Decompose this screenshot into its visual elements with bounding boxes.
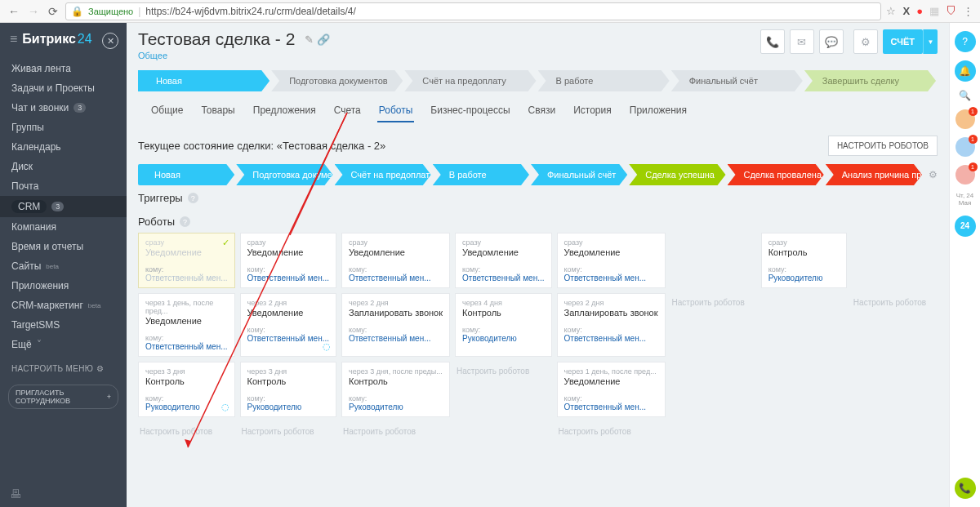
forward-icon[interactable]: → [26, 5, 41, 18]
bookmark-icon[interactable]: ☆ [886, 5, 896, 17]
robot-card[interactable]: сразуУведомлениекому:Ответственный мен..… [557, 233, 666, 288]
robot-card[interactable]: через 1 день, после пред...Уведомлениеко… [138, 293, 235, 357]
add-robot-placeholder[interactable]: Настроить роботов [670, 293, 756, 357]
robot-card[interactable]: через 2 дняУведомлениекому:Ответственный… [240, 293, 337, 357]
ext-x-icon[interactable]: X [902, 5, 910, 17]
ext-icon[interactable]: ▦ [929, 5, 939, 17]
sidebar-item[interactable]: TargetSMS [0, 315, 127, 335]
chat-button[interactable]: 💬 [819, 29, 844, 54]
recipient-link[interactable]: Руководителю [462, 334, 545, 343]
robot-stage[interactable]: Анализ причина пр... [826, 164, 922, 185]
hamburger-icon[interactable]: ≡ [10, 32, 17, 47]
reload-icon[interactable]: ⟳ [46, 5, 60, 18]
help-icon[interactable]: ? [180, 216, 190, 227]
robot-card[interactable]: через 1 день, после пред...Уведомлениеко… [557, 362, 666, 417]
robot-card[interactable]: через 2 дняЗапланировать звоноккому:Отве… [341, 293, 450, 357]
bell-icon[interactable]: 🔔 [955, 60, 976, 82]
call-button[interactable]: 📞 [955, 478, 976, 499]
sidebar-item[interactable]: Ещё ˅ [0, 335, 127, 354]
tab[interactable]: Счета [332, 100, 363, 122]
stage[interactable]: Подготовка документов [271, 70, 403, 91]
sidebar-item[interactable]: Почта [0, 176, 127, 196]
mail-button[interactable]: ✉ [790, 29, 814, 54]
stage[interactable]: Счёт на предоплату [404, 70, 536, 91]
add-robot-placeholder[interactable]: Настроить роботов [852, 293, 938, 357]
stage[interactable]: Финальный счёт [671, 70, 803, 91]
breadcrumb[interactable]: Общее [138, 51, 330, 60]
recipient-link[interactable]: Ответственный мен... [247, 274, 330, 282]
robot-stage[interactable]: Подготовка документ... [236, 164, 332, 185]
avatar[interactable]: 1 [956, 165, 975, 185]
robot-card[interactable]: сразуУведомлениекому:Ответственный мен..… [138, 233, 235, 288]
edit-icon[interactable]: ✎ [305, 33, 314, 46]
add-robot-placeholder[interactable]: Настроить роботов [240, 422, 337, 441]
settings-button[interactable]: ⚙ [853, 29, 878, 54]
tab[interactable]: Роботы [377, 100, 415, 122]
phone-button[interactable]: 📞 [760, 29, 785, 54]
tab[interactable]: Общие [149, 100, 185, 122]
add-robot-placeholder[interactable]: Настроить роботов [341, 422, 450, 441]
robot-card[interactable]: через 3 дняКонтролькому:Руководителю [240, 362, 337, 417]
sidebar-item[interactable]: Живая лента [0, 59, 127, 78]
sidebar-item[interactable]: Календарь [0, 137, 127, 157]
help-icon[interactable]: ? [188, 193, 198, 203]
add-robot-placeholder[interactable]: Настроить роботов [138, 422, 235, 441]
tab[interactable]: Товары [199, 100, 236, 122]
recipient-link[interactable]: Руководителю [247, 402, 330, 411]
avatar[interactable]: 1 [956, 137, 975, 157]
tab[interactable]: Связи [527, 100, 558, 122]
robot-stage[interactable]: Новая [138, 164, 234, 185]
tab[interactable]: Бизнес-процессы [429, 100, 511, 122]
sidebar-item[interactable]: Диск [0, 157, 127, 176]
link-icon[interactable]: 🔗 [317, 33, 330, 46]
collapse-sidebar-icon[interactable]: ✕ [102, 33, 118, 49]
recipient-link[interactable]: Ответственный мен... [462, 274, 545, 282]
ext-shield-icon[interactable]: ⛉ [946, 5, 956, 17]
print-icon[interactable]: 🖶 [10, 487, 21, 500]
configure-menu[interactable]: настроить меню⚙ [0, 358, 127, 380]
invite-button[interactable]: пригласить сотрудников+ [8, 385, 118, 409]
recipient-link[interactable]: Ответственный мен... [145, 342, 228, 351]
tab[interactable]: История [572, 100, 613, 122]
recipient-link[interactable]: Ответственный мен... [564, 334, 658, 343]
sidebar-item[interactable]: Время и отчеты [0, 237, 127, 256]
stage[interactable]: Завершить сделку [804, 70, 936, 91]
search-icon[interactable]: 🔍 [959, 90, 971, 101]
robot-card[interactable]: через 3 дняКонтролькому:Руководителю◌ [138, 362, 235, 417]
recipient-link[interactable]: Ответственный мен... [145, 274, 228, 282]
recipient-link[interactable]: Руководителю [145, 402, 228, 411]
robot-stage[interactable]: Финальный счёт [531, 164, 627, 185]
add-robot-placeholder[interactable]: Настроить роботов [455, 362, 552, 417]
robot-stage[interactable]: Сделка успешна [629, 164, 725, 185]
recipient-link[interactable]: Ответственный мен... [247, 334, 330, 343]
recipient-link[interactable]: Ответственный мен... [349, 274, 443, 282]
sidebar-item[interactable]: Приложения [0, 276, 127, 296]
robot-card[interactable]: сразуУведомлениекому:Ответственный мен..… [240, 233, 337, 288]
robot-card[interactable]: через 3 дня, после преды...Контролькому:… [341, 362, 450, 417]
tab[interactable]: Приложения [628, 100, 688, 122]
menu-icon[interactable]: ⋮ [963, 5, 973, 17]
robot-card[interactable]: сразуУведомлениекому:Ответственный мен..… [341, 233, 450, 288]
gear-icon[interactable]: ⚙ [929, 169, 938, 180]
add-robot-placeholder[interactable]: Настроить роботов [557, 422, 666, 441]
recipient-link[interactable]: Ответственный мен... [349, 334, 443, 343]
sidebar-item[interactable]: CRM-маркетинг beta [0, 296, 127, 315]
robot-card[interactable]: через 2 дняЗапланировать звоноккому:Отве… [557, 293, 666, 357]
recipient-link[interactable]: Руководителю [349, 402, 443, 411]
robot-card[interactable]: сразуКонтролькому:Руководителю [761, 233, 847, 288]
stage[interactable]: В работе [538, 70, 670, 91]
address-bar[interactable]: 🔒 Защищено | https://b24-wj6dvm.bitrix24… [65, 2, 881, 20]
robot-stage[interactable]: Сделка провалена [728, 164, 824, 185]
back-icon[interactable]: ← [7, 5, 21, 18]
tab[interactable]: Предложения [252, 100, 318, 122]
help-bubble-icon[interactable]: ? [955, 31, 976, 52]
sidebar-item[interactable]: Компания [0, 217, 127, 237]
recipient-link[interactable]: Ответственный мен... [564, 274, 658, 282]
robot-card[interactable]: сразуУведомлениекому:Ответственный мен..… [455, 233, 552, 288]
b24-icon[interactable]: 24 [955, 216, 976, 237]
robot-stage[interactable]: Счёт на предоплату [335, 164, 431, 185]
recipient-link[interactable]: Ответственный мен... [564, 402, 658, 411]
sidebar-item[interactable]: Группы [0, 118, 127, 137]
robot-stage[interactable]: В работе [433, 164, 529, 185]
recipient-link[interactable]: Руководителю [768, 274, 840, 282]
